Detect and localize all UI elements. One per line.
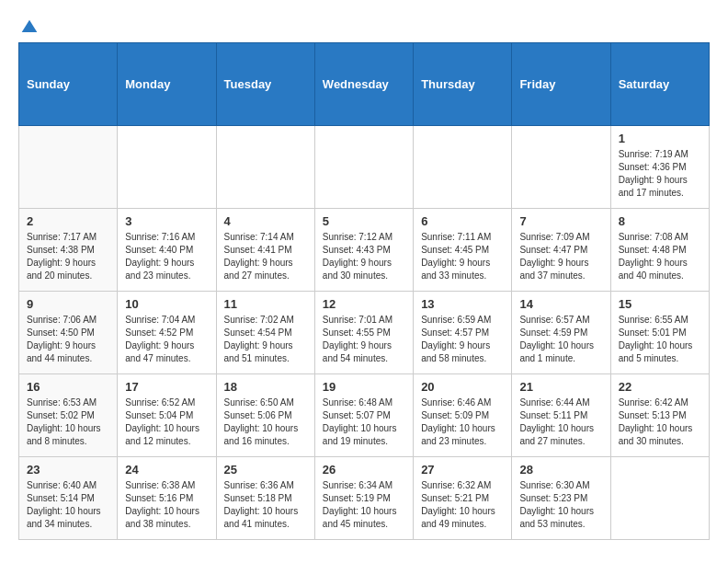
cell-info-text: Sunrise: 6:46 AM Sunset: 5:09 PM Dayligh… [421, 396, 504, 448]
cell-info-text: Sunrise: 7:02 AM Sunset: 4:54 PM Dayligh… [224, 314, 307, 365]
cell-info-text: Sunrise: 6:55 AM Sunset: 5:01 PM Dayligh… [619, 314, 701, 365]
calendar-cell [118, 126, 216, 209]
cell-day-number: 19 [323, 380, 405, 394]
calendar-cell: 17Sunrise: 6:52 AM Sunset: 5:04 PM Dayli… [118, 374, 216, 457]
cell-info-text: Sunrise: 6:52 AM Sunset: 5:04 PM Dayligh… [125, 396, 208, 448]
cell-info-text: Sunrise: 6:34 AM Sunset: 5:19 PM Dayligh… [323, 479, 405, 531]
cell-day-number: 9 [27, 297, 109, 311]
cell-day-number: 10 [125, 297, 208, 311]
cell-info-text: Sunrise: 7:17 AM Sunset: 4:38 PM Dayligh… [27, 231, 109, 282]
cell-day-number: 17 [125, 380, 208, 394]
calendar-cell: 19Sunrise: 6:48 AM Sunset: 5:07 PM Dayli… [314, 374, 413, 457]
calendar-cell [216, 126, 314, 209]
calendar-table: SundayMondayTuesdayWednesdayThursdayFrid… [18, 42, 710, 540]
cell-day-number: 13 [421, 297, 504, 311]
cell-info-text: Sunrise: 6:30 AM Sunset: 5:23 PM Dayligh… [519, 479, 602, 531]
calendar-cell: 2Sunrise: 7:17 AM Sunset: 4:38 PM Daylig… [19, 209, 118, 292]
cell-day-number: 23 [27, 463, 109, 477]
calendar-cell: 6Sunrise: 7:11 AM Sunset: 4:45 PM Daylig… [414, 209, 512, 292]
cell-day-number: 14 [519, 297, 602, 311]
cell-info-text: Sunrise: 6:50 AM Sunset: 5:06 PM Dayligh… [224, 396, 307, 448]
weekday-header-friday: Friday [512, 43, 610, 126]
cell-info-text: Sunrise: 7:08 AM Sunset: 4:48 PM Dayligh… [619, 231, 701, 282]
cell-day-number: 28 [519, 463, 602, 477]
weekday-header-tuesday: Tuesday [216, 43, 314, 126]
calendar-cell: 12Sunrise: 7:01 AM Sunset: 4:55 PM Dayli… [314, 292, 413, 374]
cell-day-number: 1 [619, 132, 701, 145]
cell-day-number: 11 [224, 297, 307, 311]
cell-info-text: Sunrise: 7:01 AM Sunset: 4:55 PM Dayligh… [323, 314, 405, 365]
cell-day-number: 18 [224, 380, 307, 394]
cell-day-number: 12 [323, 297, 405, 311]
cell-info-text: Sunrise: 6:53 AM Sunset: 5:02 PM Dayligh… [27, 396, 109, 448]
weekday-header-saturday: Saturday [610, 43, 709, 126]
cell-info-text: Sunrise: 7:09 AM Sunset: 4:47 PM Dayligh… [519, 231, 602, 282]
calendar-cell: 23Sunrise: 6:40 AM Sunset: 5:14 PM Dayli… [19, 457, 118, 540]
cell-info-text: Sunrise: 7:11 AM Sunset: 4:45 PM Dayligh… [421, 231, 504, 282]
calendar-cell: 20Sunrise: 6:46 AM Sunset: 5:09 PM Dayli… [414, 374, 512, 457]
cell-info-text: Sunrise: 6:42 AM Sunset: 5:13 PM Dayligh… [619, 396, 701, 448]
cell-day-number: 26 [323, 463, 405, 477]
calendar-cell [19, 126, 118, 209]
weekday-header-thursday: Thursday [414, 43, 512, 126]
weekday-header-monday: Monday [118, 43, 216, 126]
cell-info-text: Sunrise: 7:14 AM Sunset: 4:41 PM Dayligh… [224, 231, 307, 282]
cell-info-text: Sunrise: 7:19 AM Sunset: 4:36 PM Dayligh… [619, 148, 701, 200]
calendar-cell: 15Sunrise: 6:55 AM Sunset: 5:01 PM Dayli… [610, 292, 709, 374]
cell-day-number: 5 [323, 214, 405, 228]
cell-info-text: Sunrise: 7:12 AM Sunset: 4:43 PM Dayligh… [323, 231, 405, 282]
cell-day-number: 24 [125, 463, 208, 477]
cell-day-number: 3 [125, 214, 208, 228]
cell-info-text: Sunrise: 7:06 AM Sunset: 4:50 PM Dayligh… [27, 314, 109, 365]
cell-info-text: Sunrise: 7:16 AM Sunset: 4:40 PM Dayligh… [125, 231, 208, 282]
page-header [18, 18, 710, 33]
calendar-cell: 5Sunrise: 7:12 AM Sunset: 4:43 PM Daylig… [314, 209, 413, 292]
cell-info-text: Sunrise: 6:48 AM Sunset: 5:07 PM Dayligh… [323, 396, 405, 448]
weekday-header-wednesday: Wednesday [314, 43, 413, 126]
calendar-cell: 16Sunrise: 6:53 AM Sunset: 5:02 PM Dayli… [19, 374, 118, 457]
cell-info-text: Sunrise: 6:32 AM Sunset: 5:21 PM Dayligh… [421, 479, 504, 531]
cell-day-number: 15 [619, 297, 701, 311]
cell-info-text: Sunrise: 6:57 AM Sunset: 4:59 PM Dayligh… [519, 314, 602, 365]
cell-day-number: 25 [224, 463, 307, 477]
calendar-cell: 21Sunrise: 6:44 AM Sunset: 5:11 PM Dayli… [512, 374, 610, 457]
cell-info-text: Sunrise: 6:38 AM Sunset: 5:16 PM Dayligh… [125, 479, 208, 531]
calendar-cell: 7Sunrise: 7:09 AM Sunset: 4:47 PM Daylig… [512, 209, 610, 292]
cell-info-text: Sunrise: 6:36 AM Sunset: 5:18 PM Dayligh… [224, 479, 307, 531]
logo-icon [20, 18, 39, 37]
calendar-cell: 14Sunrise: 6:57 AM Sunset: 4:59 PM Dayli… [512, 292, 610, 374]
cell-day-number: 21 [519, 380, 602, 394]
cell-info-text: Sunrise: 6:59 AM Sunset: 4:57 PM Dayligh… [421, 314, 504, 365]
calendar-cell: 28Sunrise: 6:30 AM Sunset: 5:23 PM Dayli… [512, 457, 610, 540]
calendar-cell: 18Sunrise: 6:50 AM Sunset: 5:06 PM Dayli… [216, 374, 314, 457]
cell-day-number: 27 [421, 463, 504, 477]
cell-day-number: 6 [421, 214, 504, 228]
calendar-cell: 25Sunrise: 6:36 AM Sunset: 5:18 PM Dayli… [216, 457, 314, 540]
calendar-cell: 22Sunrise: 6:42 AM Sunset: 5:13 PM Dayli… [610, 374, 709, 457]
calendar-cell: 3Sunrise: 7:16 AM Sunset: 4:40 PM Daylig… [118, 209, 216, 292]
svg-marker-0 [22, 20, 38, 32]
calendar-cell: 24Sunrise: 6:38 AM Sunset: 5:16 PM Dayli… [118, 457, 216, 540]
calendar-cell: 26Sunrise: 6:34 AM Sunset: 5:19 PM Dayli… [314, 457, 413, 540]
cell-day-number: 16 [27, 380, 109, 394]
cell-day-number: 7 [519, 214, 602, 228]
calendar-cell [512, 126, 610, 209]
cell-info-text: Sunrise: 6:44 AM Sunset: 5:11 PM Dayligh… [519, 396, 602, 448]
calendar-cell: 8Sunrise: 7:08 AM Sunset: 4:48 PM Daylig… [610, 209, 709, 292]
cell-day-number: 2 [27, 214, 109, 228]
weekday-header-sunday: Sunday [19, 43, 118, 126]
cell-day-number: 20 [421, 380, 504, 394]
calendar-cell: 11Sunrise: 7:02 AM Sunset: 4:54 PM Dayli… [216, 292, 314, 374]
calendar-cell [414, 126, 512, 209]
cell-day-number: 8 [619, 214, 701, 228]
calendar-cell: 13Sunrise: 6:59 AM Sunset: 4:57 PM Dayli… [414, 292, 512, 374]
cell-info-text: Sunrise: 6:40 AM Sunset: 5:14 PM Dayligh… [27, 479, 109, 531]
calendar-cell: 1Sunrise: 7:19 AM Sunset: 4:36 PM Daylig… [610, 126, 709, 209]
calendar-cell [314, 126, 413, 209]
cell-day-number: 22 [619, 380, 701, 394]
logo [18, 18, 39, 33]
calendar-cell [610, 457, 709, 540]
calendar-cell: 27Sunrise: 6:32 AM Sunset: 5:21 PM Dayli… [414, 457, 512, 540]
calendar-cell: 9Sunrise: 7:06 AM Sunset: 4:50 PM Daylig… [19, 292, 118, 374]
calendar-cell: 10Sunrise: 7:04 AM Sunset: 4:52 PM Dayli… [118, 292, 216, 374]
